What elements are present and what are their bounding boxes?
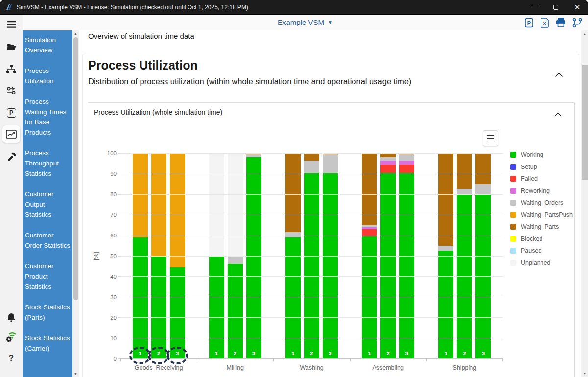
bar-label: 1 <box>133 351 148 356</box>
legend-item[interactable]: Waiting_PartsPush <box>510 212 573 218</box>
bar-segment-waiting_parts <box>475 153 491 184</box>
chart-legend: WorkingSetupFailedReworkingWaiting_Order… <box>510 151 573 271</box>
sidebar-item[interactable]: Customer Order Statistics <box>25 230 71 251</box>
bar-segment-working <box>170 267 185 358</box>
sidebar-item[interactable]: Process Utilization <box>25 66 71 86</box>
bell-icon[interactable] <box>2 308 20 326</box>
bar-segment-failed <box>380 165 396 173</box>
sidebar-scrollbar[interactable]: ▲ ▼ <box>72 30 79 377</box>
x-tick <box>273 358 274 361</box>
bar-label: 1 <box>362 351 377 356</box>
sidebar-scrollbar-thumb[interactable] <box>73 37 78 300</box>
y-tick <box>118 256 120 257</box>
main-scrollbar-thumb[interactable] <box>582 65 588 180</box>
project-selector[interactable]: Example VSM ▼ <box>278 18 333 26</box>
legend-label: Waiting_PartsPush <box>521 212 573 218</box>
project-selector-label: Example VSM <box>278 18 324 26</box>
legend-item[interactable]: Paused <box>510 247 573 254</box>
legend-swatch-icon <box>510 248 516 254</box>
gridline <box>120 194 503 195</box>
app-window: SimVSM - Example VSM - License: Simulati… <box>0 0 588 377</box>
sitemap-icon[interactable] <box>2 60 20 77</box>
open-folder-icon[interactable] <box>2 38 20 55</box>
main-content: ▲ ▼ Overview of simulation time data Pro… <box>79 30 588 377</box>
scroll-down-icon[interactable]: ▼ <box>581 372 588 375</box>
help-icon[interactable]: ? <box>2 350 20 367</box>
legend-swatch-icon <box>510 224 516 230</box>
flow-icon[interactable] <box>2 82 20 99</box>
sidebar-item[interactable]: Stock Statistics (Carrier) <box>25 333 71 353</box>
parking-icon[interactable]: P <box>2 104 20 121</box>
bar-segment-unplanned <box>228 153 243 256</box>
chart-menu-button[interactable] <box>483 130 498 146</box>
line-chart-icon[interactable] <box>2 125 20 143</box>
y-tick <box>118 153 120 154</box>
bar-segment-reworking <box>399 161 414 165</box>
bar-segment-waiting_partspush <box>133 153 148 237</box>
y-tick-label: 40 <box>110 274 117 280</box>
scroll-up-icon[interactable]: ▲ <box>581 32 588 36</box>
chevron-up-icon[interactable] <box>555 71 563 79</box>
branch-icon[interactable] <box>572 18 582 28</box>
sidebar-item[interactable]: Customer Product Statistics <box>25 261 71 292</box>
scroll-down-icon[interactable]: ▼ <box>72 372 79 376</box>
bar-segment-waiting_orders <box>457 189 472 194</box>
legend-item[interactable]: Setup <box>510 164 573 170</box>
bar-segment-waiting_parts <box>304 153 319 161</box>
sidebar-item[interactable]: Simulation Overview <box>25 35 71 55</box>
print-icon[interactable] <box>556 18 566 27</box>
y-tick-label: 100 <box>107 150 117 156</box>
legend-item[interactable]: Blocked <box>510 236 573 242</box>
svg-text:P: P <box>527 20 531 26</box>
legend-item[interactable]: Unplanned <box>510 259 573 266</box>
legend-item[interactable]: Working <box>510 151 573 158</box>
bar-segment-waiting_parts <box>457 153 472 189</box>
bar-segment-waiting_orders <box>475 184 491 194</box>
chevron-up-icon[interactable] <box>554 110 562 118</box>
sidebar-item[interactable]: Customer Output Statistics <box>25 189 71 220</box>
legend-label: Working <box>521 151 543 158</box>
legend-item[interactable]: Reworking <box>510 188 573 194</box>
scroll-up-icon[interactable]: ▲ <box>72 32 79 35</box>
plot-area: 123123123123123 <box>120 153 503 359</box>
bar-segment-working <box>209 256 224 359</box>
y-tick-label: 90 <box>110 171 117 177</box>
y-tick <box>118 236 120 236</box>
chevron-down-icon: ▼ <box>328 20 333 25</box>
gridline <box>120 215 503 215</box>
gridline <box>120 153 503 154</box>
legend-swatch-icon <box>510 164 516 170</box>
excel-export-icon[interactable]: x <box>540 18 549 28</box>
sidebar-item[interactable]: Stock Statistics (Parts) <box>25 302 71 323</box>
bar-label: 2 <box>304 351 319 356</box>
main-scrollbar[interactable]: ▲ ▼ <box>581 30 588 377</box>
y-tick-label: 20 <box>110 315 117 321</box>
y-tick-label: 70 <box>110 212 117 218</box>
gear-network-icon[interactable] <box>2 328 20 346</box>
legend-item[interactable]: Failed <box>510 175 573 182</box>
sidebar-item[interactable]: Process Throughput Statistics <box>25 148 71 179</box>
app-logo-icon <box>5 3 13 11</box>
close-button[interactable]: ✕ <box>566 0 588 14</box>
pdf-export-icon[interactable]: P <box>524 18 534 28</box>
bar-segment-working <box>438 251 453 358</box>
bar-label: 2 <box>228 351 243 356</box>
bar-label: 3 <box>399 351 414 356</box>
panel-title: Process Utilization (whole simulation ti… <box>94 108 222 116</box>
legend-item[interactable]: Waiting_Parts <box>510 223 573 230</box>
sidebar-item[interactable]: Process Waiting Times for Base Products <box>25 96 71 138</box>
overview-note: Overview of simulation time data <box>88 32 194 40</box>
legend-swatch-icon <box>510 212 516 218</box>
sidebar-nav: Simulation OverviewProcess UtilizationPr… <box>23 30 72 377</box>
menu-icon[interactable] <box>2 16 20 33</box>
minimize-button[interactable] <box>523 0 545 14</box>
legend-swatch-icon <box>510 152 516 158</box>
wrench-icon[interactable] <box>2 148 20 165</box>
x-tick <box>197 358 197 361</box>
maximize-button[interactable] <box>545 0 566 14</box>
bar-segment-unplanned <box>209 153 224 256</box>
bar-segment-waiting_parts <box>380 153 396 157</box>
svg-text:x: x <box>543 21 546 26</box>
legend-swatch-icon <box>510 176 516 182</box>
legend-item[interactable]: Waiting_Orders <box>510 199 573 206</box>
